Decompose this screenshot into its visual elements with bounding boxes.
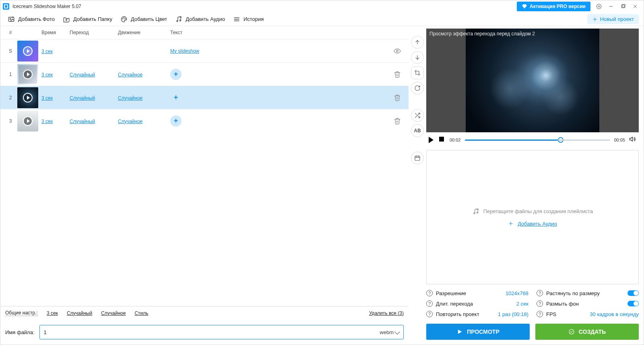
general-style-link[interactable]: Стиль bbox=[134, 310, 148, 316]
delete-all-link[interactable]: Удалить все (3) bbox=[369, 310, 404, 316]
setting-label: Разрешение bbox=[436, 290, 466, 296]
filename-value: 1 bbox=[44, 329, 380, 335]
plus-icon bbox=[592, 16, 598, 22]
add-audio-button[interactable]: Добавить Аудио bbox=[171, 14, 229, 25]
play-button[interactable] bbox=[429, 137, 435, 143]
photo-add-icon bbox=[8, 16, 15, 23]
setting-value[interactable]: 2 сек bbox=[516, 301, 528, 307]
preview-button[interactable]: ПРОСМОТР bbox=[426, 324, 530, 340]
svg-line-23 bbox=[415, 113, 417, 115]
folder-add-icon bbox=[63, 16, 70, 23]
delete-button[interactable] bbox=[389, 71, 405, 78]
help-icon[interactable]: ? bbox=[537, 290, 543, 296]
setting-value[interactable]: 30 кадров в секунду bbox=[590, 311, 639, 317]
minimize-button[interactable] bbox=[605, 0, 617, 12]
delete-button[interactable] bbox=[389, 94, 405, 101]
general-settings-label[interactable]: Общие настр.: bbox=[5, 310, 38, 316]
duration-link[interactable]: 3 сек bbox=[41, 49, 53, 54]
filename-input[interactable]: 1 webm bbox=[39, 325, 404, 339]
row-index: 2 bbox=[4, 95, 17, 101]
motion-link[interactable]: Случайное bbox=[118, 119, 142, 124]
duration-link[interactable]: 3 сек bbox=[41, 72, 53, 78]
duration-link[interactable]: 3 сек bbox=[41, 119, 53, 124]
setting-fps: ?FPS 30 кадров в секунду bbox=[537, 311, 639, 317]
transition-link[interactable]: Случайный bbox=[70, 72, 95, 78]
preview-area: Просмотр эффекта перехода перед слайдом … bbox=[426, 29, 639, 132]
general-transition-link[interactable]: Случайный bbox=[67, 310, 92, 316]
calendar-button[interactable] bbox=[411, 152, 424, 164]
seek-handle[interactable] bbox=[558, 137, 564, 143]
filename-row: Имя файла: 1 webm bbox=[0, 320, 409, 345]
settings-button[interactable] bbox=[593, 0, 605, 12]
setting-value[interactable]: 1024x768 bbox=[506, 290, 528, 296]
duration-link[interactable]: 3 сек bbox=[41, 95, 53, 101]
new-project-button[interactable]: Новый проект bbox=[587, 14, 639, 24]
eye-icon bbox=[394, 47, 401, 55]
help-icon[interactable]: ? bbox=[537, 300, 543, 307]
help-icon[interactable]: ? bbox=[426, 311, 433, 317]
text-style-button[interactable]: AB bbox=[411, 124, 424, 137]
main-area: # Время Переход Движение Текст S 3 сек M… bbox=[0, 26, 644, 345]
slide-thumb[interactable] bbox=[17, 111, 38, 131]
shuffle-button[interactable] bbox=[411, 109, 424, 122]
slide-thumb[interactable] bbox=[17, 64, 38, 85]
help-icon[interactable]: ? bbox=[426, 300, 433, 307]
svg-point-29 bbox=[473, 213, 475, 214]
svg-rect-2 bbox=[622, 5, 625, 8]
close-button[interactable] bbox=[629, 0, 641, 12]
plus-icon bbox=[508, 221, 514, 226]
audio-drop-area[interactable]: Перетащите файлы для создания плейлиста … bbox=[426, 150, 639, 284]
add-folder-button[interactable]: Добавить Папку bbox=[59, 14, 116, 25]
check-circle-icon bbox=[568, 329, 575, 335]
trash-icon bbox=[394, 71, 401, 78]
slide-thumb[interactable] bbox=[17, 41, 38, 62]
add-color-button[interactable]: Добавить Цвет bbox=[116, 14, 171, 25]
help-icon[interactable]: ? bbox=[426, 290, 433, 296]
rotate-button[interactable] bbox=[411, 82, 424, 94]
format-select[interactable]: webm bbox=[380, 329, 399, 335]
transition-link[interactable]: Случайный bbox=[70, 119, 95, 124]
setting-label: Растянуть по размеру bbox=[546, 290, 600, 296]
move-down-button[interactable] bbox=[411, 51, 424, 64]
setting-label: Повторить проект bbox=[436, 311, 479, 317]
move-up-button[interactable] bbox=[411, 36, 424, 49]
titlebar: Icecream Slideshow Maker 5.07 Активация … bbox=[0, 0, 644, 12]
stop-button[interactable] bbox=[439, 137, 446, 143]
table-row[interactable]: 1 3 сек Случайный Случайное + bbox=[0, 62, 409, 86]
motion-link[interactable]: Случайное bbox=[118, 95, 142, 101]
trash-icon bbox=[394, 94, 401, 101]
add-text-button[interactable]: + bbox=[170, 115, 182, 127]
arrow-up-icon bbox=[414, 39, 421, 45]
add-audio-link[interactable]: Добавить Аудио bbox=[518, 221, 557, 227]
add-text-button[interactable]: + bbox=[170, 92, 182, 103]
setting-stretch: ?Растянуть по размеру bbox=[537, 290, 639, 296]
setting-value[interactable]: 1 раз (00:18) bbox=[498, 311, 528, 317]
visibility-button[interactable] bbox=[389, 47, 405, 55]
delete-button[interactable] bbox=[389, 117, 405, 125]
add-photo-button[interactable]: Добавить Фото bbox=[4, 14, 59, 25]
history-button[interactable]: История bbox=[229, 14, 268, 25]
add-text-button[interactable]: + bbox=[170, 69, 182, 80]
transition-link[interactable]: Случайный bbox=[70, 95, 95, 101]
stretch-toggle[interactable] bbox=[627, 290, 639, 296]
table-row[interactable]: S 3 сек My slideshow bbox=[0, 39, 409, 62]
volume-button[interactable] bbox=[629, 136, 636, 144]
general-motion-link[interactable]: Случайное bbox=[101, 310, 126, 316]
seek-bar[interactable] bbox=[465, 140, 610, 141]
play-triangle-icon bbox=[456, 329, 463, 335]
audio-drop-hint: Перетащите файлы для создания плейлиста bbox=[483, 208, 593, 214]
maximize-button[interactable] bbox=[617, 0, 629, 12]
slide-thumb[interactable] bbox=[17, 87, 38, 108]
crop-button[interactable] bbox=[411, 66, 424, 79]
create-button[interactable]: СОЗДАТЬ bbox=[535, 324, 639, 340]
blur-toggle[interactable] bbox=[627, 301, 639, 306]
table-row[interactable]: 3 3 сек Случайный Случайное + bbox=[0, 109, 409, 132]
table-row[interactable]: 2 3 сек Случайный Случайное + bbox=[0, 86, 409, 109]
gear-icon bbox=[596, 4, 602, 9]
general-time-link[interactable]: 3 сек bbox=[47, 310, 58, 316]
text-link[interactable]: My slideshow bbox=[170, 48, 199, 54]
pro-activation-button[interactable]: Активация PRO версии bbox=[517, 2, 590, 11]
motion-link[interactable]: Случайное bbox=[118, 72, 142, 78]
arrow-down-icon bbox=[414, 54, 421, 61]
help-icon[interactable]: ? bbox=[537, 311, 543, 317]
